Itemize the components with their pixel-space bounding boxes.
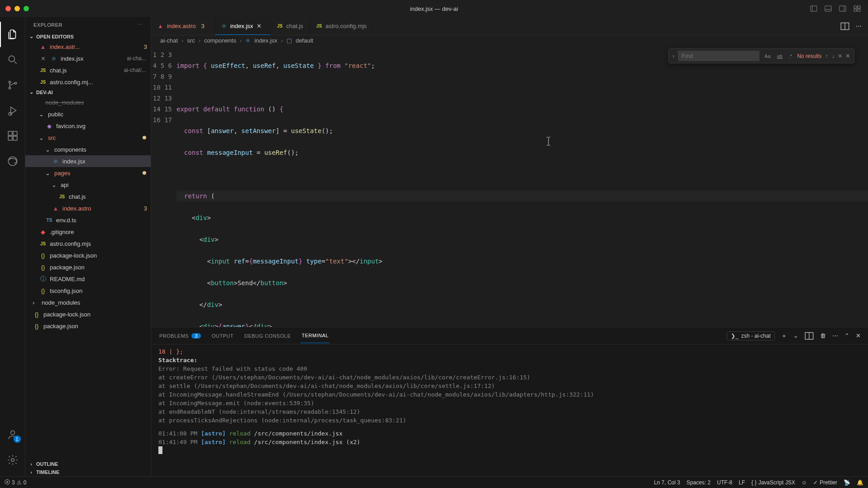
more-terminal-icon[interactable]: ⋯	[832, 332, 838, 339]
file-row[interactable]: ⓘ README.md	[25, 273, 151, 285]
open-editor-item[interactable]: JS astro.config.mj...	[25, 76, 151, 88]
feedback-icon[interactable]: ☺	[801, 479, 807, 486]
extensions-activity[interactable]	[0, 123, 25, 148]
open-editor-item[interactable]: ✕ ⚛ index.jsx ai-cha...	[25, 53, 151, 64]
open-editors-section[interactable]: ⌄ OPEN EDITORS	[25, 32, 151, 41]
errors-status[interactable]: ⓧ 3 ⚠ 0	[5, 478, 26, 486]
breadcrumb-part[interactable]: components	[204, 37, 236, 44]
settings-activity[interactable]	[0, 447, 25, 473]
expand-replace-icon[interactable]: ›	[672, 53, 674, 59]
indentation-status[interactable]: Spaces: 2	[687, 479, 711, 486]
json-file-icon: {}	[33, 311, 41, 318]
file-name: astro.config.mjs	[50, 240, 151, 247]
find-input[interactable]	[678, 51, 759, 61]
find-in-selection-icon[interactable]: ≡	[838, 53, 842, 59]
close-tab-icon[interactable]: ✕	[257, 23, 264, 29]
file-row[interactable]: {} package-lock.json	[25, 249, 151, 261]
breadcrumb-part[interactable]: src	[187, 37, 195, 44]
open-editor-item[interactable]: JS chat.js ai-chat/...	[25, 64, 151, 76]
kill-terminal-icon[interactable]: 🗑	[820, 332, 826, 339]
terminal-tab[interactable]: TERMINAL	[300, 328, 329, 343]
close-window-button[interactable]	[5, 6, 11, 11]
timeline-section[interactable]: › TIMELINE	[25, 468, 151, 476]
tab-index-astro[interactable]: ▲ index.astro 3	[151, 17, 215, 35]
folder-row[interactable]: ⌄ components	[25, 144, 151, 155]
maximize-panel-icon[interactable]: ⌃	[844, 332, 849, 339]
code-area[interactable]: import { useEffect, useRef, useState } f…	[176, 46, 868, 327]
bell-icon[interactable]: 🔔	[857, 479, 863, 486]
encoding-status[interactable]: UTF-8	[717, 479, 732, 486]
search-activity[interactable]	[0, 47, 25, 72]
close-editor-icon[interactable]: ✕	[39, 55, 47, 62]
folder-row[interactable]: ⌄ api	[25, 179, 151, 191]
maximize-window-button[interactable]	[24, 6, 29, 11]
folder-row[interactable]: › node_modules	[25, 297, 151, 308]
minimize-window-button[interactable]	[14, 6, 20, 11]
accounts-activity[interactable]: 1	[0, 422, 25, 447]
file-row[interactable]: JS chat.js	[25, 191, 151, 202]
output-tab[interactable]: OUTPUT	[211, 329, 234, 343]
new-terminal-icon[interactable]: ＋	[781, 332, 787, 340]
toggle-primary-sidebar-icon[interactable]	[808, 4, 819, 13]
editor[interactable]: › Aa ab .* No results ↑ ↓ ≡ ✕ 1 2 3 4 5 …	[151, 46, 868, 327]
customize-layout-icon[interactable]	[852, 4, 863, 13]
folder-row[interactable]: ⌄ pages	[25, 167, 151, 179]
file-row[interactable]: ▲ index.astro 3	[25, 202, 151, 214]
tab-index-jsx[interactable]: ⚛ index.jsx ✕	[215, 17, 271, 35]
toggle-secondary-sidebar-icon[interactable]	[837, 4, 848, 13]
tab-astro-config[interactable]: JS astro.config.mjs	[310, 17, 373, 35]
run-debug-activity[interactable]	[0, 98, 25, 123]
terminal-dropdown-icon[interactable]: ⌄	[793, 332, 798, 339]
toggle-panel-icon[interactable]	[823, 4, 834, 13]
eol-status[interactable]: LF	[739, 479, 745, 486]
modified-dot	[143, 171, 146, 175]
file-row[interactable]: ◆ .gitignore	[25, 226, 151, 238]
project-section[interactable]: ⌄ DEV-AI	[25, 88, 151, 96]
tab-chat-js[interactable]: JS chat.js	[271, 17, 310, 35]
prettier-status[interactable]: ✓ Prettier	[813, 479, 837, 486]
folder-row[interactable]: ⌄ src	[25, 132, 151, 144]
file-row[interactable]: {} package.json	[25, 261, 151, 273]
terminal-selector[interactable]: ❯_ zsh - ai-chat	[727, 331, 775, 340]
match-word-toggle[interactable]: ab	[776, 53, 784, 60]
split-editor-icon[interactable]	[840, 22, 849, 31]
file-row[interactable]: TS env.d.ts	[25, 214, 151, 226]
open-editor-item[interactable]: ▲ index.astr... 3	[25, 41, 151, 53]
breadcrumb-part[interactable]: ai-chat	[160, 37, 178, 44]
edge-activity[interactable]	[0, 148, 25, 174]
chevron-down-icon: ⌄	[39, 111, 45, 118]
cursor-position[interactable]: Ln 7, Col 3	[654, 479, 680, 486]
file-row[interactable]: ◆ favicon.svg	[25, 120, 151, 132]
terminal-output[interactable]: 18 | }; Stacktrace: Error: Request faile…	[151, 344, 868, 476]
outline-section[interactable]: › OUTLINE	[25, 460, 151, 468]
close-find-icon[interactable]: ✕	[845, 53, 850, 59]
split-terminal-icon[interactable]	[805, 331, 814, 340]
file-row[interactable]: ⚛ index.jsx	[25, 155, 151, 167]
live-share-icon[interactable]: 📡	[844, 479, 850, 486]
folder-row[interactable]: ⌄ public	[25, 108, 151, 120]
file-row[interactable]: {} package.json	[25, 320, 151, 332]
breadcrumb[interactable]: ai-chat › src › components › ⚛ index.jsx…	[151, 35, 868, 46]
terminal-name: zsh - ai-chat	[741, 333, 771, 339]
more-icon[interactable]: ⋯	[138, 22, 143, 28]
more-actions-icon[interactable]: ⋯	[856, 23, 862, 29]
regex-toggle[interactable]: .*	[787, 53, 793, 60]
language-status[interactable]: { } JavaScript JSX	[751, 479, 795, 486]
file-row[interactable]: {} tsconfig.json	[25, 285, 151, 297]
file-row[interactable]: {} package-lock.json	[25, 308, 151, 320]
debug-console-tab[interactable]: DEBUG CONSOLE	[243, 329, 291, 343]
source-control-activity[interactable]	[0, 72, 25, 98]
chevron-right-icon: ›	[199, 37, 200, 44]
explorer-header: EXPLORER ⋯	[25, 17, 151, 32]
file-row[interactable]: JS astro.config.mjs	[25, 238, 151, 249]
breadcrumb-part[interactable]: index.jsx	[254, 37, 277, 44]
find-previous-icon[interactable]: ↑	[825, 53, 828, 59]
problems-tab[interactable]: PROBLEMS 3	[158, 329, 202, 343]
match-case-toggle[interactable]: Aa	[763, 53, 772, 60]
status-left: ⓧ 3 ⚠ 0	[5, 478, 26, 486]
explorer-activity[interactable]	[0, 22, 25, 47]
find-next-icon[interactable]: ↓	[832, 53, 835, 59]
folder-row[interactable]: node_modules	[25, 96, 151, 108]
breadcrumb-symbol[interactable]: default	[296, 37, 313, 44]
close-panel-icon[interactable]: ✕	[856, 332, 861, 339]
